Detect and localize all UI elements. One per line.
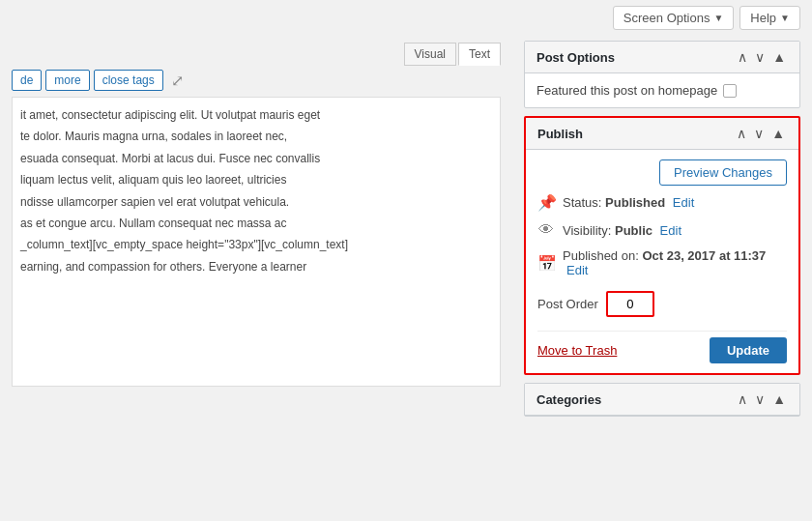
published-edit-link[interactable]: Edit — [566, 263, 588, 277]
tag-btn-more[interactable]: more — [45, 70, 89, 91]
publish-up-icon[interactable]: ∧ — [735, 126, 748, 141]
post-options-body: Featured this post on homepage — [525, 73, 799, 107]
post-options-title: Post Options — [536, 50, 615, 65]
categories-up-icon[interactable]: ∧ — [736, 391, 749, 407]
published-value: Oct 23, 2017 at 11:37 — [642, 248, 766, 263]
editor-content[interactable]: it amet, consectetur adipiscing elit. Ut… — [12, 97, 501, 387]
publish-actions: Move to Trash Update — [537, 331, 787, 363]
post-order-label: Post Order — [537, 297, 598, 311]
post-options-controls: ∧ ∨ ▲ — [736, 49, 788, 65]
sidebar: Post Options ∧ ∨ ▲ Featured this post on… — [512, 33, 812, 521]
status-edit-link[interactable]: Edit — [673, 195, 694, 210]
publish-controls: ∧ ∨ ▲ — [735, 126, 787, 141]
preview-changes-button[interactable]: Preview Changes — [659, 159, 787, 186]
help-button[interactable]: Help ▼ — [740, 6, 800, 30]
categories-collapse-icon[interactable]: ▲ — [770, 391, 788, 407]
featured-checkbox[interactable] — [723, 84, 737, 98]
screen-options-label: Screen Options — [624, 11, 710, 25]
editor-area: Visual Text de more close tags ⤢ it amet… — [0, 33, 512, 521]
text-line: it amet, consectetur adipiscing elit. Ut… — [20, 105, 492, 125]
visibility-edit-link[interactable]: Edit — [660, 223, 682, 238]
text-line: earning, and compassion for others. Ever… — [20, 257, 492, 276]
categories-title: Categories — [536, 392, 601, 407]
post-options-down-icon[interactable]: ∨ — [753, 49, 767, 65]
text-line: te dolor. Mauris magna urna, sodales in … — [20, 127, 492, 146]
help-chevron-icon: ▼ — [780, 13, 790, 23]
categories-down-icon[interactable]: ∨ — [753, 391, 767, 407]
tag-btn-close-tags[interactable]: close tags — [94, 70, 163, 91]
categories-panel: Categories ∧ ∨ ▲ — [524, 383, 800, 417]
publish-info: 📌 Status: Published Edit 👁 Visibility: P… — [537, 193, 787, 277]
help-label: Help — [750, 11, 776, 25]
text-line: esuada consequat. Morbi at lacus dui. Fu… — [20, 149, 492, 168]
post-order-row: Post Order — [537, 287, 787, 321]
editor-text-block: it amet, consectetur adipiscing elit. Ut… — [20, 105, 492, 276]
text-line: ndisse ullamcorper sapien vel erat volut… — [20, 192, 492, 212]
categories-controls: ∧ ∨ ▲ — [736, 391, 788, 407]
top-bar: Screen Options ▼ Help ▼ — [601, 0, 812, 36]
publish-panel: Publish ∧ ∨ ▲ Preview Changes 📌 — [524, 116, 800, 375]
publish-header: Publish ∧ ∨ ▲ — [526, 118, 798, 150]
text-line: liquam lectus velit, aliquam quis leo la… — [20, 170, 492, 189]
tab-text[interactable]: Text — [458, 43, 501, 66]
featured-label: Featured this post on homepage — [536, 83, 717, 98]
featured-row: Featured this post on homepage — [536, 83, 788, 98]
publish-body: Preview Changes 📌 Status: Published Edit… — [526, 150, 798, 373]
tag-btn-de[interactable]: de — [12, 70, 42, 91]
visibility-row: 👁 Visibility: Public Edit — [537, 221, 787, 239]
status-value: Published — [605, 195, 665, 210]
publish-collapse-icon[interactable]: ▲ — [769, 126, 787, 141]
published-row: 📅 Published on: Oct 23, 2017 at 11:37 Ed… — [537, 248, 787, 277]
trash-link[interactable]: Move to Trash — [537, 343, 617, 358]
tab-visual[interactable]: Visual — [404, 43, 456, 66]
main-layout: Visual Text de more close tags ⤢ it amet… — [0, 0, 812, 521]
publish-down-icon[interactable]: ∨ — [752, 126, 766, 141]
post-options-header: Post Options ∧ ∨ ▲ — [525, 42, 799, 73]
fullscreen-icon[interactable]: ⤢ — [171, 72, 184, 90]
tag-buttons-row: de more close tags ⤢ — [12, 70, 501, 91]
visibility-label: Visibility: Public Edit — [563, 223, 682, 238]
text-line: as et congue arcu. Nullam consequat nec … — [20, 214, 492, 233]
publish-title: Publish — [537, 127, 583, 141]
post-options-collapse-icon[interactable]: ▲ — [770, 49, 788, 65]
screen-options-chevron-icon: ▼ — [713, 13, 723, 23]
post-options-panel: Post Options ∧ ∨ ▲ Featured this post on… — [524, 41, 800, 108]
editor-toolbar: Visual Text — [12, 43, 501, 66]
published-label: Published on: Oct 23, 2017 at 11:37 Edit — [563, 248, 787, 277]
visibility-icon: 👁 — [537, 221, 555, 239]
status-label: Status: Published Edit — [563, 195, 694, 210]
screen-options-button[interactable]: Screen Options ▼ — [613, 6, 735, 30]
categories-header: Categories ∧ ∨ ▲ — [525, 384, 799, 416]
update-button[interactable]: Update — [710, 337, 787, 363]
status-row: 📌 Status: Published Edit — [537, 193, 787, 212]
text-line: _column_text][vc_empty_space height="33p… — [20, 235, 492, 254]
visibility-value: Public — [615, 223, 652, 238]
status-icon: 📌 — [537, 193, 555, 212]
preview-btn-row: Preview Changes — [537, 159, 787, 186]
calendar-icon: 📅 — [537, 254, 555, 273]
post-order-input[interactable] — [606, 291, 654, 317]
post-options-up-icon[interactable]: ∧ — [736, 49, 749, 65]
